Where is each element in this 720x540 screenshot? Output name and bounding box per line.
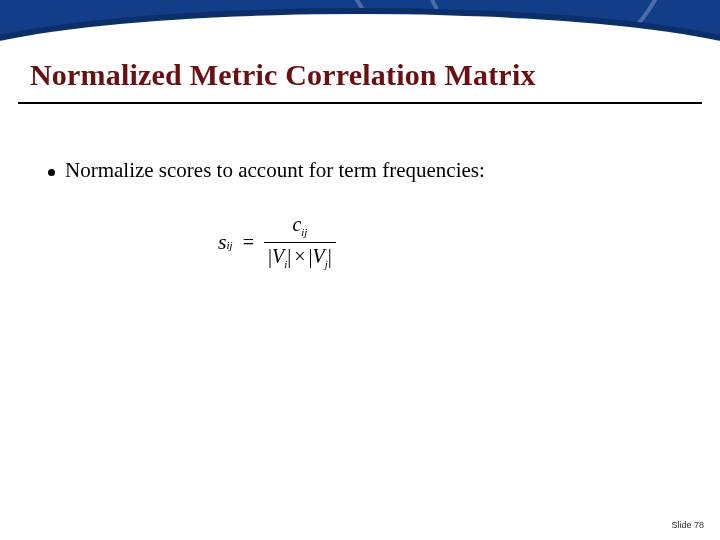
slide-number-prefix: Slide — [671, 520, 694, 530]
formula-fraction: cij |Vi|×|Vj| — [264, 214, 336, 270]
formula-num-var: c — [292, 213, 301, 235]
formula-denominator: |Vi|×|Vj| — [264, 246, 336, 271]
slide-number-value: 78 — [694, 520, 704, 530]
bullet-item: Normalize scores to account for term fre… — [48, 158, 680, 183]
slide-title: Normalized Metric Correlation Matrix — [30, 58, 536, 92]
formula-lhs-sub: ij — [227, 239, 233, 251]
formula-numerator: cij — [288, 214, 311, 239]
formula: s ij = cij |Vi|×|Vj| — [218, 214, 336, 270]
banner — [0, 0, 720, 48]
times-icon: × — [291, 245, 308, 267]
content-area: Normalize scores to account for term fre… — [48, 158, 680, 183]
formula-lhs-var: s — [218, 229, 227, 255]
bullet-text: Normalize scores to account for term fre… — [65, 158, 485, 183]
formula-Vi-var: V — [272, 245, 284, 267]
bullet-dot-icon — [48, 169, 55, 176]
title-underline — [18, 102, 702, 104]
formula-Vj-var: V — [313, 245, 325, 267]
formula-equals: = — [243, 231, 254, 254]
formula-lhs: s ij — [218, 229, 233, 255]
slide: Normalized Metric Correlation Matrix Nor… — [0, 0, 720, 540]
abs-close-2: | — [328, 245, 332, 267]
fraction-bar-icon — [264, 242, 336, 243]
formula-num-sub: ij — [301, 226, 307, 238]
slide-number: Slide 78 — [671, 520, 704, 530]
